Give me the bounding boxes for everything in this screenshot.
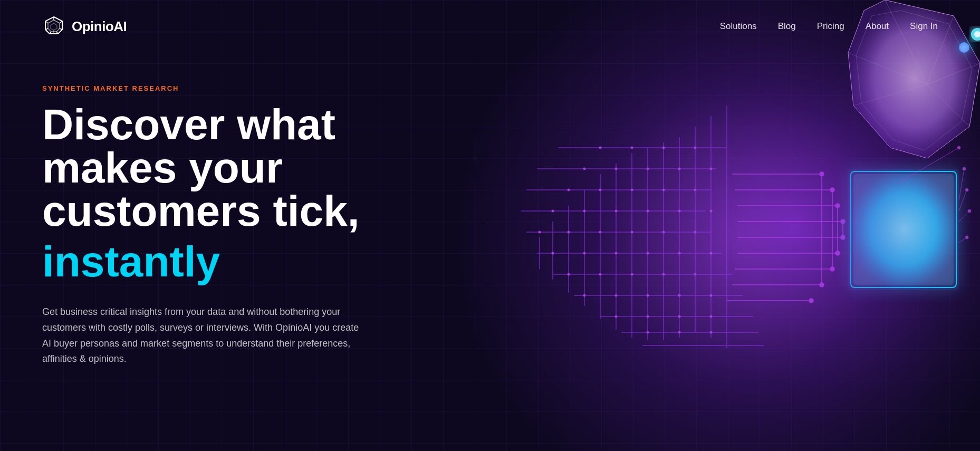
page-wrapper: OpinioAI Solutions Blog Pricing About Si… [0,0,980,451]
svg-point-35 [599,189,602,191]
svg-point-73 [710,331,713,334]
svg-point-104 [957,146,960,149]
svg-point-51 [552,252,554,255]
svg-point-44 [710,210,713,213]
nav-links: Solutions Blog Pricing About Sign In [720,21,938,32]
logo-icon [42,15,65,38]
svg-point-25 [599,147,602,149]
svg-point-105 [963,167,966,170]
svg-point-65 [678,294,681,297]
svg-point-67 [615,315,618,318]
svg-point-50 [694,231,697,234]
hero-subtitle: SYNTHETIC MARKET RESEARCH [42,84,369,92]
logo-text: OpinioAI [72,18,127,35]
svg-point-70 [710,315,713,318]
svg-point-37 [662,189,665,191]
logo-link[interactable]: OpinioAI [42,15,127,38]
headline-line3: customers tick, [42,187,360,235]
headline-line2: makes your [42,143,283,191]
nav-item-pricing[interactable]: Pricing [817,21,844,32]
svg-point-27 [662,147,665,149]
headline-accent: instantly [42,238,369,285]
svg-point-53 [615,252,618,255]
navbar: OpinioAI Solutions Blog Pricing About Si… [0,0,980,53]
svg-point-34 [568,189,570,191]
svg-point-54 [647,252,649,255]
nav-item-solutions[interactable]: Solutions [720,21,757,32]
svg-point-55 [678,252,681,255]
svg-point-64 [647,294,649,297]
svg-point-31 [647,168,649,170]
svg-point-57 [568,273,570,276]
svg-point-45 [539,231,541,234]
svg-point-48 [631,231,633,234]
svg-point-63 [615,294,618,297]
svg-point-40 [583,210,586,213]
hero-description: Get business critical insights from your… [42,304,369,367]
nav-item-blog[interactable]: Blog [778,21,796,32]
svg-point-66 [710,294,713,297]
svg-point-33 [710,168,713,170]
nav-item-about[interactable]: About [866,21,889,32]
svg-rect-97 [853,174,954,285]
hero-headline: Discover what makes your customers tick, [42,103,369,233]
svg-point-72 [678,331,681,334]
svg-point-49 [662,231,665,234]
svg-point-32 [678,168,681,170]
svg-point-107 [968,209,971,213]
nav-link-solutions[interactable]: Solutions [720,21,757,31]
svg-point-38 [694,189,697,191]
nav-link-about[interactable]: About [866,21,889,31]
nav-link-signin[interactable]: Sign In [910,21,938,31]
svg-point-28 [694,147,697,149]
svg-point-58 [599,273,602,276]
svg-point-47 [599,231,602,234]
nav-item-signin[interactable]: Sign In [910,21,938,32]
svg-point-60 [662,273,665,276]
hero-visual [453,0,980,451]
hero-content: SYNTHETIC MARKET RESEARCH Discover what … [0,53,411,399]
svg-point-52 [583,252,586,255]
svg-point-36 [631,189,633,191]
svg-point-29 [583,168,586,170]
headline-line1: Discover what [42,100,335,148]
svg-point-91 [809,299,813,303]
svg-point-46 [568,231,570,234]
svg-point-71 [647,331,649,334]
svg-point-43 [678,210,681,213]
svg-point-62 [583,294,586,297]
svg-point-68 [647,315,649,318]
nav-link-pricing[interactable]: Pricing [817,21,844,31]
svg-point-56 [710,252,713,255]
svg-point-39 [552,210,554,213]
svg-point-30 [615,168,618,170]
svg-point-61 [694,273,697,276]
svg-point-106 [965,188,968,191]
svg-point-59 [631,273,633,276]
svg-point-26 [631,147,633,149]
svg-marker-121 [51,23,57,30]
nav-link-blog[interactable]: Blog [778,21,796,31]
svg-point-108 [965,236,968,239]
svg-point-69 [678,315,681,318]
svg-point-41 [615,210,618,213]
svg-point-42 [647,210,649,213]
